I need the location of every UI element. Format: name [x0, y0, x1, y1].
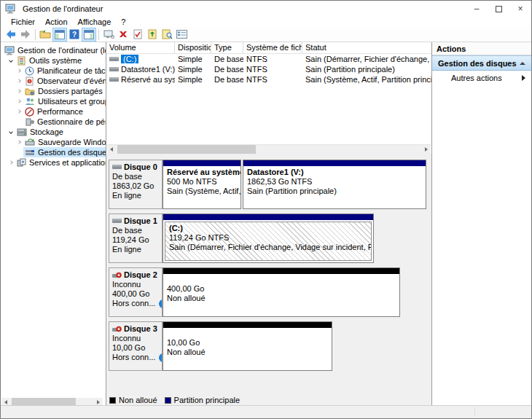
partition-status: Non alloué	[167, 348, 328, 357]
tree-item-computer-management[interactable]: Gestion de l'ordinateur (local)	[1, 45, 106, 55]
chevron-expanded-icon[interactable]	[7, 130, 15, 133]
tree-item-storage[interactable]: Stockage	[1, 127, 106, 137]
volume-list: Volume Disposition Type Système de fichi…	[106, 42, 431, 154]
disk-icon	[112, 165, 122, 170]
tree-item-performance[interactable]: Performance	[1, 106, 106, 117]
toolbar-separator	[98, 29, 99, 40]
tree-item-label: Outils système	[29, 56, 82, 65]
disk-name: Disque 3	[124, 324, 157, 334]
document-up-icon[interactable]	[145, 28, 160, 42]
check-document-icon[interactable]	[130, 28, 145, 42]
device-manager-icon	[25, 117, 34, 127]
collapse-arrow-icon[interactable]	[520, 62, 525, 65]
tree-item-windows-backup[interactable]: Sauvegarde Windows S	[1, 137, 106, 147]
services-apps-icon	[17, 158, 26, 167]
cell-filesystem: NTFS	[243, 55, 302, 63]
forward-icon[interactable]	[18, 28, 33, 42]
column-header-type[interactable]: Type	[211, 42, 243, 53]
minimize-button[interactable]: –	[466, 1, 488, 17]
legend-primary-partition-label: Partition principale	[174, 396, 240, 404]
volume-row-datastore1[interactable]: Datastore1 (V:) Simple De base NTFS Sain…	[106, 64, 431, 74]
menu-action[interactable]: Action	[40, 17, 73, 26]
help-icon[interactable]: ?	[67, 28, 82, 42]
task-scheduler-icon	[25, 66, 34, 76]
status-bar	[1, 405, 531, 418]
volume-row-system-reserved[interactable]: Réservé au système Simple De base NTFS S…	[106, 74, 431, 85]
chevron-collapsed-icon[interactable]	[15, 141, 23, 144]
remote-screen-icon[interactable]	[101, 28, 116, 42]
disk3-label[interactable]: Disque 3 Inconnu 10,00 Go Hors conn...i	[109, 321, 163, 371]
menu-fichier[interactable]: Fichier	[6, 17, 40, 26]
partition-size: 119,24 Go NTFS	[169, 233, 367, 243]
submenu-arrow-icon	[522, 75, 525, 81]
tree-item-label: Utilisateurs et groupes l	[38, 97, 106, 106]
actions-item-more-actions[interactable]: Autres actions	[432, 71, 531, 85]
volume-name: Datastore1 (V:)	[121, 65, 175, 74]
chevron-collapsed-icon[interactable]	[15, 110, 23, 113]
tree-item-task-scheduler[interactable]: Planificateur de tâches	[1, 66, 106, 76]
partition-unallocated-10[interactable]: 10,00 Go Non alloué	[163, 321, 332, 371]
column-header-status[interactable]: Statut	[302, 42, 431, 53]
tree-item-local-users-groups[interactable]: Utilisateurs et groupes l	[1, 96, 106, 106]
delete-icon[interactable]	[116, 28, 130, 42]
cell-status: Sain (Partition principale)	[302, 65, 431, 74]
chevron-collapsed-icon[interactable]	[7, 161, 15, 164]
tree-item-label: Sauvegarde Windows S	[38, 138, 106, 146]
column-header-disposition[interactable]: Disposition	[175, 42, 211, 53]
partition-c-selected[interactable]: (C:) 119,24 Go NTFS Sain (Démarrer, Fich…	[163, 214, 374, 263]
maximize-button[interactable]	[488, 1, 509, 17]
actions-pane: Actions Gestion des disques Autres actio…	[432, 42, 531, 407]
partition-size: 1862,53 Go NTFS	[247, 177, 422, 187]
svg-text:?: ?	[72, 31, 77, 39]
partition-color-strip	[163, 160, 240, 166]
chevron-collapsed-icon[interactable]	[15, 90, 23, 93]
partition-system-reserved[interactable]: Réservé au système 500 Mo NTFS Sain (Sys…	[163, 160, 241, 209]
chevron-expanded-icon[interactable]	[7, 59, 15, 62]
tree-item-system-tools[interactable]: Outils système	[1, 55, 106, 66]
volume-row-c[interactable]: (C:) Simple De base NTFS Sain (Démarrer,…	[106, 54, 431, 64]
back-icon[interactable]	[4, 28, 18, 42]
scroll-right-icon[interactable]	[422, 145, 431, 154]
disk-size: 1863,02 Go	[112, 181, 160, 191]
partition-datastore1[interactable]: Datastore1 (V:) 1862,53 Go NTFS Sain (Pa…	[243, 160, 426, 209]
disk0-label[interactable]: Disque 0 De base 1863,02 Go En ligne	[109, 160, 163, 209]
disk1-label[interactable]: Disque 1 De base 119,24 Go En ligne	[109, 214, 163, 263]
explore-document-icon[interactable]	[160, 28, 174, 42]
column-header-filesystem[interactable]: Système de fichiers	[243, 42, 302, 53]
disk2-label[interactable]: Disque 2 Inconnu 400,00 Go Hors conn...i	[109, 267, 163, 317]
show-action-pane-icon[interactable]	[82, 28, 96, 42]
actions-header: Actions	[432, 42, 531, 55]
scrollbar-thumb[interactable]	[117, 145, 256, 154]
actions-group-disk-management[interactable]: Gestion des disques	[432, 55, 531, 71]
export-folder-icon[interactable]	[38, 28, 52, 42]
close-button[interactable]: ×	[509, 1, 531, 17]
console-tree-pane: Gestion de l'ordinateur (local) Outils s…	[1, 42, 106, 407]
tree-item-services-applications[interactable]: Services et applications	[1, 157, 106, 168]
properties-list-icon[interactable]	[174, 28, 189, 42]
column-header-volume[interactable]: Volume	[106, 42, 175, 53]
tree-item-label: Stockage	[30, 128, 63, 136]
disk-status: Hors conn...	[112, 353, 155, 361]
tree-item-shared-folders[interactable]: Dossiers partagés	[1, 86, 106, 96]
volume-list-horizontal-scrollbar[interactable]	[107, 144, 431, 154]
tree-item-device-manager[interactable]: Gestionnaire de périphé	[1, 117, 106, 127]
scroll-left-icon[interactable]	[107, 145, 116, 154]
partition-unallocated-400[interactable]: 400,00 Go Non alloué	[163, 267, 400, 317]
disk-name: Disque 2	[124, 270, 157, 280]
partition-size: 400,00 Go	[167, 284, 396, 294]
disk-kind: Inconnu	[112, 280, 160, 289]
actions-group-label: Gestion des disques	[438, 59, 517, 68]
chevron-collapsed-icon[interactable]	[15, 69, 23, 72]
tree-item-disk-management[interactable]: Gestion des disques	[1, 147, 106, 157]
chevron-collapsed-icon[interactable]	[15, 100, 23, 103]
tree-item-event-viewer[interactable]: ! Observateur d'événeme	[1, 76, 106, 86]
menu-affichage[interactable]: Affichage	[73, 17, 117, 26]
tree-item-label: Gestionnaire de périphé	[37, 117, 106, 126]
volume-icon	[109, 57, 119, 62]
legend-unallocated-label: Non alloué	[119, 396, 157, 404]
cell-status: Sain (Système, Actif, Partition principa…	[302, 75, 431, 84]
title-bar: Gestion de l'ordinateur – ×	[1, 1, 531, 17]
menu-help[interactable]: ?	[116, 17, 130, 26]
show-console-tree-icon[interactable]	[52, 28, 67, 42]
chevron-collapsed-icon[interactable]	[15, 79, 23, 82]
